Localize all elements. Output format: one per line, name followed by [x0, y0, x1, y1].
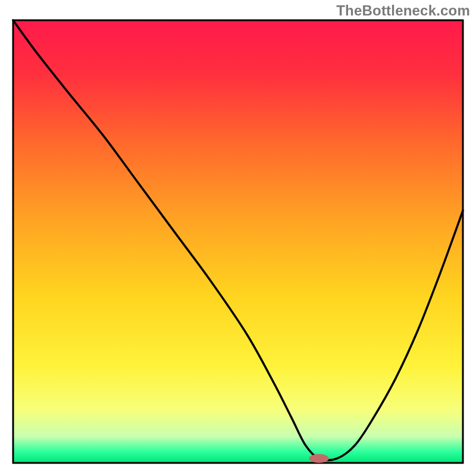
chart-background [13, 20, 463, 463]
watermark-text: TheBottleneck.com [336, 2, 470, 19]
plot-frame [12, 19, 464, 464]
chart-container: TheBottleneck.com [0, 0, 476, 476]
optimal-marker [309, 454, 328, 463]
chart-svg [12, 19, 464, 464]
